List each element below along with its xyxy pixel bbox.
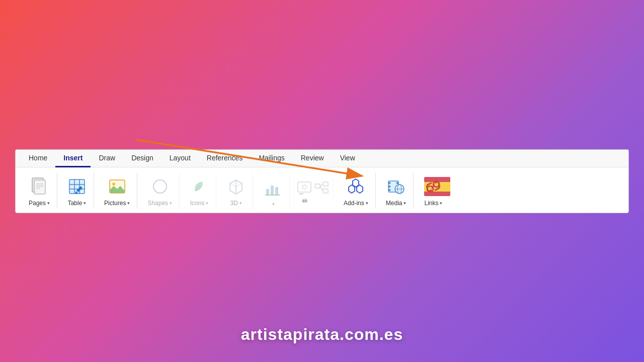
media-button[interactable]: Media ▾ [383, 175, 410, 209]
svg-rect-7 [69, 179, 85, 194]
ribbon-group-pictures: Pictures ▾ [97, 173, 137, 209]
ribbon-group-icons: Icons ▾ [183, 173, 216, 209]
tab-review[interactable]: Review [293, 150, 332, 167]
addins-label: Add-ins [344, 200, 364, 207]
icons-button[interactable]: Icons ▾ [187, 175, 212, 209]
tab-references[interactable]: References [199, 150, 251, 167]
smartart-label [314, 180, 329, 204]
ribbon-group-table: Table ▾ [60, 173, 94, 209]
svg-marker-37 [357, 185, 363, 193]
svg-line-35 [320, 186, 323, 191]
ribbon-group-shapes: Shapes ▾ [140, 173, 180, 209]
table-icon [68, 177, 86, 199]
pictures-label: Pictures [104, 200, 126, 207]
shapes-icon [151, 177, 169, 199]
ribbon-tabs: Home Insert Draw Design Layout Reference… [16, 150, 628, 167]
svg-rect-31 [315, 184, 320, 188]
ribbon-content: Pages ▾ [16, 167, 628, 213]
pages-icon [30, 177, 48, 199]
charts-icon [264, 179, 282, 201]
svg-line-34 [320, 184, 323, 186]
3d-icon [227, 177, 245, 199]
links-dropdown-icon: ▾ [440, 201, 442, 206]
tab-view[interactable]: View [332, 150, 363, 167]
svg-rect-40 [388, 182, 390, 184]
3d-button[interactable]: 3D ▾ [223, 175, 249, 209]
svg-rect-32 [323, 182, 328, 186]
svg-line-21 [236, 184, 242, 187]
pages-label: Pages [29, 200, 46, 207]
shapes-label: Shapes [147, 200, 168, 207]
svg-rect-33 [323, 189, 328, 193]
links-icon [424, 177, 442, 199]
tab-mailings[interactable]: Mailings [251, 150, 292, 167]
svg-rect-24 [266, 189, 269, 195]
svg-rect-41 [388, 186, 390, 188]
shapes-button[interactable]: Shapes ▾ [144, 175, 175, 209]
svg-rect-43 [396, 182, 398, 184]
ribbon-group-addins: Add-ins ▾ [337, 173, 376, 209]
pages-button[interactable]: Pages ▾ [26, 175, 53, 209]
tab-design[interactable]: Design [123, 150, 162, 167]
ribbon-group-3d: 3D ▾ [219, 173, 253, 209]
svg-rect-26 [275, 187, 278, 195]
tab-draw[interactable]: Draw [91, 150, 123, 167]
svg-point-29 [302, 185, 306, 189]
svg-rect-28 [298, 182, 311, 192]
table-label: Table [68, 200, 83, 207]
tab-layout[interactable]: Layout [162, 150, 199, 167]
svg-rect-30 [299, 193, 303, 195]
media-dropdown-icon: ▾ [404, 201, 406, 206]
pages-dropdown-icon: ▾ [47, 201, 50, 206]
charts-dropdown-icon: ▾ [272, 202, 275, 207]
svg-rect-42 [388, 189, 390, 191]
links-button[interactable]: Links ▾ [421, 175, 446, 209]
media-label: Media [386, 200, 403, 207]
svg-rect-3 [34, 180, 45, 194]
svg-marker-38 [349, 185, 355, 193]
icons-label: Icons [190, 200, 205, 207]
links-label: Links [424, 200, 438, 207]
svg-rect-25 [271, 186, 274, 195]
ribbon-group-screenshots: 📸 [293, 178, 334, 204]
pictures-button[interactable]: Pictures ▾ [101, 175, 133, 209]
shapes-dropdown-icon: ▾ [170, 201, 172, 206]
3d-label: 3D [230, 200, 237, 207]
media-icon [387, 177, 405, 199]
charts-button[interactable]: ▾ [260, 177, 285, 209]
addins-button[interactable]: Add-ins ▾ [341, 175, 371, 209]
tab-insert[interactable]: Insert [55, 150, 91, 167]
watermark: artistapirata.com.es [241, 325, 403, 344]
ribbon-group-charts: ▾ [256, 173, 290, 209]
pictures-dropdown-icon: ▾ [127, 201, 130, 206]
svg-point-17 [153, 180, 167, 193]
table-button[interactable]: Table ▾ [64, 175, 90, 209]
addins-dropdown-icon: ▾ [366, 201, 368, 206]
screenshot-label: 📸 [297, 180, 312, 204]
icons-icon [190, 177, 208, 199]
ribbon-container: Home Insert Draw Design Layout Reference… [15, 149, 629, 213]
tab-home[interactable]: Home [21, 150, 55, 167]
table-dropdown-icon: ▾ [84, 201, 86, 206]
ribbon-group-links: Links ▾ [417, 173, 450, 209]
addins-icon [347, 177, 365, 199]
ribbon-group-media: Media ▾ [379, 173, 414, 209]
ribbon-group-pages: Pages ▾ [22, 173, 57, 209]
pictures-icon [108, 177, 126, 199]
3d-dropdown-icon: ▾ [239, 201, 242, 206]
svg-line-22 [230, 184, 236, 187]
icons-dropdown-icon: ▾ [206, 201, 208, 206]
svg-point-15 [112, 183, 115, 186]
